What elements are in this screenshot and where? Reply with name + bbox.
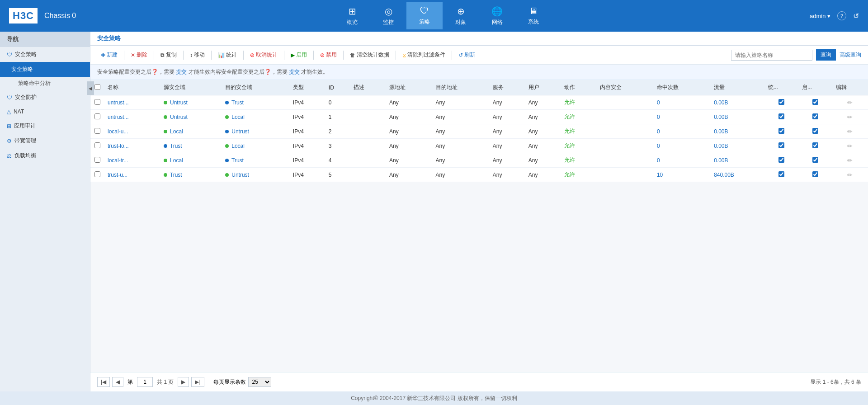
- disable-button[interactable]: ⊘ 禁用: [316, 49, 340, 61]
- row-stats-checkbox[interactable]: [764, 95, 798, 110]
- nav-monitor[interactable]: ◎ 监控: [370, 2, 406, 30]
- move-button[interactable]: ↕ 移动: [186, 49, 208, 61]
- row-enabled-checkbox[interactable]: [798, 168, 832, 182]
- row-edit[interactable]: ✏: [832, 153, 868, 168]
- row-enabled-checkbox[interactable]: [798, 110, 832, 124]
- row-hit-count: 10: [653, 168, 710, 182]
- row-edit[interactable]: ✏: [832, 168, 868, 182]
- row-edit[interactable]: ✏: [832, 139, 868, 153]
- search-input[interactable]: [731, 50, 812, 61]
- sidebar-item-security-defense[interactable]: 🛡 安全防护: [0, 90, 90, 105]
- row-enabled-checkbox[interactable]: [798, 95, 832, 110]
- enabled-toggle[interactable]: [812, 99, 818, 105]
- row-checkbox[interactable]: [94, 99, 100, 105]
- stats-toggle[interactable]: [778, 171, 784, 177]
- row-edit[interactable]: ✏: [832, 95, 868, 110]
- next-page-button[interactable]: ▶: [178, 377, 189, 387]
- sidebar-item-load-balance[interactable]: ⚖ 负载均衡: [0, 148, 90, 163]
- sidebar-item-security-policy[interactable]: 🛡 安全策略: [0, 47, 90, 62]
- nav-policy[interactable]: 🛡 策略: [406, 2, 443, 29]
- refresh-button[interactable]: ↺ 刷新: [455, 49, 479, 61]
- cancel-stats-button[interactable]: ⊘ 取消统计: [246, 49, 281, 61]
- sidebar-item-nat[interactable]: △ NAT: [0, 105, 90, 118]
- row-checkbox[interactable]: [94, 113, 100, 119]
- refresh-label: 刷新: [464, 51, 475, 59]
- logo-area: H3C Chassis 0: [9, 8, 76, 24]
- row-edit[interactable]: ✏: [832, 110, 868, 124]
- row-checkbox[interactable]: [94, 171, 100, 177]
- row-stats-checkbox[interactable]: [764, 124, 798, 139]
- col-stats: 统...: [764, 80, 798, 95]
- adv-search-button[interactable]: 高级查询: [840, 51, 861, 59]
- app-audit-icon: ⊞: [7, 123, 11, 129]
- select-all-checkbox[interactable]: [94, 84, 100, 90]
- row-type: IPv4: [289, 124, 325, 139]
- refresh-icon[interactable]: ↺: [853, 12, 859, 20]
- table-row: trust-u... Trust Untrust IPv4 5 Any Any …: [90, 168, 868, 182]
- sidebar-collapse[interactable]: ◀: [87, 81, 94, 95]
- row-checkbox[interactable]: [94, 128, 100, 134]
- new-button[interactable]: ✚ 新建: [97, 49, 121, 61]
- nav-system[interactable]: 🖥 系统: [515, 2, 552, 29]
- divider-9: [396, 51, 396, 60]
- stats-toggle[interactable]: [778, 157, 784, 163]
- nav-object[interactable]: ⊕ 对象: [443, 2, 479, 30]
- toolbar: ✚ 新建 ✕ 删除 ⧉ 复制 ↕ 移动: [90, 46, 868, 65]
- nav-network[interactable]: 🌐 网络: [479, 2, 515, 30]
- row-content-security: [596, 139, 653, 153]
- row-enabled-checkbox[interactable]: [798, 153, 832, 168]
- enable-button[interactable]: ▶ 启用: [287, 49, 311, 61]
- stats-toggle[interactable]: [778, 142, 784, 148]
- enabled-toggle[interactable]: [812, 113, 818, 119]
- per-page-select[interactable]: 25 50 100: [248, 377, 271, 387]
- row-enabled-checkbox[interactable]: [798, 139, 832, 153]
- table-row: untrust... Untrust Trust IPv4 0 Any Any …: [90, 95, 868, 110]
- page-label: 第: [127, 378, 133, 386]
- row-desc: [350, 110, 386, 124]
- copy-button[interactable]: ⧉ 复制: [157, 49, 180, 61]
- nav-policy-label: 策略: [419, 18, 430, 26]
- enable-icon: ▶: [291, 52, 295, 58]
- stats-button[interactable]: 📊 统计: [214, 49, 241, 61]
- row-src-zone: Local: [160, 153, 222, 168]
- page-number-input[interactable]: [137, 377, 153, 387]
- row-stats-checkbox[interactable]: [764, 153, 798, 168]
- enabled-toggle[interactable]: [812, 128, 818, 134]
- enabled-toggle[interactable]: [812, 171, 818, 177]
- row-user: Any: [525, 168, 561, 182]
- bandwidth-icon: ⚙: [7, 138, 12, 144]
- admin-menu[interactable]: admin ▾: [810, 13, 830, 19]
- clear-filter-button[interactable]: ⧖ 清除列过滤条件: [399, 49, 449, 61]
- submit-link-1[interactable]: 提交: [176, 69, 187, 75]
- row-dst-addr: Any: [432, 153, 489, 168]
- first-page-button[interactable]: |◀: [97, 377, 110, 387]
- enabled-toggle[interactable]: [812, 157, 818, 163]
- row-stats-checkbox[interactable]: [764, 139, 798, 153]
- stats-label: 统计: [226, 51, 237, 59]
- sidebar-item-security-policy-sub[interactable]: 安全策略: [0, 62, 90, 77]
- enabled-toggle[interactable]: [812, 142, 818, 148]
- stats-toggle[interactable]: [778, 113, 784, 119]
- last-page-button[interactable]: ▶|: [191, 377, 204, 387]
- row-edit[interactable]: ✏: [832, 124, 868, 139]
- delete-button[interactable]: ✕ 删除: [127, 49, 151, 61]
- search-button[interactable]: 查询: [816, 49, 836, 61]
- row-name: untrust...: [104, 95, 160, 110]
- row-enabled-checkbox[interactable]: [798, 124, 832, 139]
- sidebar-item-policy-analysis[interactable]: 策略命中分析: [0, 77, 90, 90]
- sidebar-item-app-audit[interactable]: ⊞ 应用审计: [0, 118, 90, 133]
- help-icon[interactable]: ?: [837, 11, 846, 20]
- clear-stats-button[interactable]: 🗑 清空统计数据: [346, 49, 393, 61]
- nav-overview[interactable]: ⊞ 概览: [334, 2, 370, 30]
- row-stats-checkbox[interactable]: [764, 168, 798, 182]
- policy-icon: 🛡: [420, 6, 429, 16]
- stats-toggle[interactable]: [778, 99, 784, 105]
- submit-link-2[interactable]: 提交: [289, 69, 300, 75]
- stats-toggle[interactable]: [778, 128, 784, 134]
- disable-icon: ⊘: [320, 52, 325, 58]
- row-checkbox[interactable]: [94, 157, 100, 163]
- sidebar-item-bandwidth[interactable]: ⚙ 带宽管理: [0, 133, 90, 148]
- row-stats-checkbox[interactable]: [764, 110, 798, 124]
- row-checkbox[interactable]: [94, 142, 100, 148]
- prev-page-button[interactable]: ◀: [112, 377, 123, 387]
